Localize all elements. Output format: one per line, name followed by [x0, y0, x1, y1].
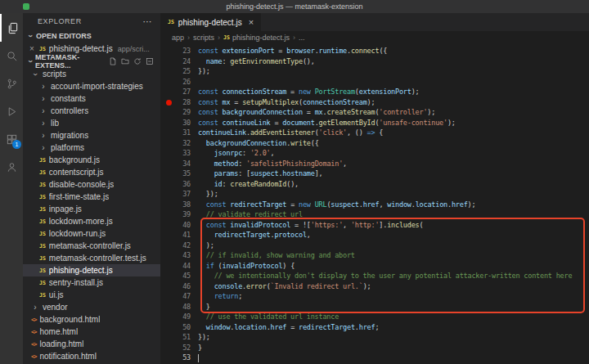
- line-number[interactable]: 52: [160, 343, 198, 353]
- tree-item-notification.html[interactable]: <>notification.html: [23, 350, 160, 362]
- line-number[interactable]: 50: [160, 322, 198, 333]
- tree-item-loading.html[interactable]: <>loading.html: [23, 338, 160, 350]
- line-number[interactable]: 40: [160, 220, 198, 231]
- new-folder-icon[interactable]: [121, 57, 129, 65]
- line-number[interactable]: 38: [160, 200, 198, 210]
- line-number[interactable]: 32: [160, 138, 198, 149]
- line-number[interactable]: 51: [160, 332, 198, 343]
- tree-item-background.js[interactable]: JSbackground.js: [23, 154, 160, 166]
- tree-item-vendor[interactable]: ›vendor: [23, 301, 160, 313]
- tab-phishing-detect[interactable]: JS phishing-detect.js ×: [160, 13, 262, 31]
- breadcrumb-item[interactable]: scripts: [193, 34, 214, 42]
- code-line-52[interactable]: 52}: [160, 343, 589, 353]
- line-number[interactable]: 30: [160, 118, 198, 128]
- accounts-icon[interactable]: [0, 153, 23, 181]
- line-number[interactable]: 42: [160, 240, 198, 251]
- code-line-42[interactable]: 42 );: [160, 240, 589, 251]
- tree-item-ui.js[interactable]: JSui.js: [23, 289, 160, 301]
- code-line-44[interactable]: 44 if (invalidProtocol) {: [160, 261, 589, 272]
- tree-item-lockdown-more.js[interactable]: JSlockdown-more.js: [23, 215, 160, 227]
- tree-item-controllers[interactable]: ›controllers: [23, 105, 160, 117]
- line-number[interactable]: 47: [160, 291, 198, 302]
- breadcrumb-item[interactable]: app: [172, 34, 184, 42]
- tree-item-constants[interactable]: ›constants: [23, 92, 160, 105]
- code-line-50[interactable]: 50 window.location.href = redirectTarget…: [160, 322, 589, 333]
- code-line-35[interactable]: 35 params: [suspect.hostname],: [160, 169, 589, 179]
- code-line-38[interactable]: 38 const redirectTarget = new URL(suspec…: [160, 200, 589, 210]
- code-line-39[interactable]: 39 // validate redirect url: [160, 209, 589, 220]
- tree-item-account-import-strategies[interactable]: ›account-import-strategies: [23, 80, 160, 92]
- tree-item-phishing-detect.js[interactable]: JSphishing-detect.js: [23, 264, 160, 276]
- breakpoint-icon[interactable]: [166, 100, 172, 106]
- breadcrumb-item[interactable]: JSphishing-detect.js: [223, 34, 290, 42]
- code-line-29[interactable]: 29const backgroundConnection = mx.create…: [160, 107, 589, 118]
- line-number[interactable]: 28: [160, 97, 198, 108]
- line-number[interactable]: 31: [160, 128, 198, 138]
- collapse-all-icon[interactable]: [146, 57, 154, 65]
- tree-item-migrations[interactable]: ›migrations: [23, 129, 160, 142]
- line-number[interactable]: 34: [160, 159, 198, 169]
- tree-item-scripts[interactable]: ›scripts: [23, 68, 160, 80]
- code-line-51[interactable]: 51});: [160, 332, 589, 343]
- code-line-36[interactable]: 36 id: createRandomId(),: [160, 179, 589, 190]
- code-line-30[interactable]: 30const continueLink = document.getEleme…: [160, 118, 589, 128]
- explorer-icon[interactable]: [0, 14, 23, 42]
- code-line-37[interactable]: 37 });: [160, 189, 589, 200]
- code-line-26[interactable]: 26: [160, 77, 589, 88]
- line-number[interactable]: 39: [160, 209, 198, 220]
- line-number[interactable]: 36: [160, 179, 198, 190]
- code-line-49[interactable]: 49 // use the validated url instance: [160, 312, 589, 322]
- search-icon[interactable]: [0, 42, 23, 70]
- code-line-34[interactable]: 34 method: 'safelistPhishingDomain',: [160, 159, 589, 169]
- code-line-41[interactable]: 41 redirectTarget.protocol,: [160, 230, 589, 240]
- source-control-icon[interactable]: [0, 70, 23, 97]
- code-line-28[interactable]: 28const mx = setupMultiplex(connectionSt…: [160, 97, 589, 108]
- line-number[interactable]: 23: [160, 46, 198, 56]
- line-number[interactable]: 43: [160, 250, 198, 261]
- line-number[interactable]: 33: [160, 148, 198, 159]
- code-area[interactable]: 23const extensionPort = browser.runtime.…: [160, 44, 589, 364]
- code-line-33[interactable]: 33 jsonrpc: '2.0',: [160, 148, 589, 159]
- line-number[interactable]: 35: [160, 169, 198, 179]
- open-editors-section[interactable]: › OPEN EDITORS: [23, 29, 160, 43]
- code-line-32[interactable]: 32 backgroundConnection.write({: [160, 138, 589, 149]
- tree-item-home.html[interactable]: <>home.html: [23, 326, 160, 338]
- tree-item-metamask-controller.test.js[interactable]: JSmetamask-controller.test.js: [23, 252, 160, 264]
- line-number[interactable]: 44: [160, 261, 198, 272]
- tree-item-lockdown-run.js[interactable]: JSlockdown-run.js: [23, 227, 160, 240]
- line-number[interactable]: 48: [160, 302, 198, 312]
- code-line-46[interactable]: 46 console.error(`Invalid redirect url.`…: [160, 281, 589, 292]
- code-line-31[interactable]: 31continueLink.addEventListener('click',…: [160, 128, 589, 138]
- tree-item-first-time-state.js[interactable]: JSfirst-time-state.js: [23, 191, 160, 203]
- code-line-40[interactable]: 40 const invalidProtocol = !['https:', '…: [160, 220, 589, 231]
- more-actions-icon[interactable]: ⋯: [142, 16, 152, 27]
- line-number[interactable]: 24: [160, 56, 198, 67]
- code-line-47[interactable]: 47 return;: [160, 291, 589, 302]
- tree-item-background.html[interactable]: <>background.html: [23, 313, 160, 326]
- line-number[interactable]: 37: [160, 189, 198, 200]
- line-number[interactable]: 41: [160, 230, 198, 240]
- line-number[interactable]: 26: [160, 77, 198, 88]
- code-line-43[interactable]: 43 // if invalid, show warning and abort: [160, 250, 589, 261]
- code-line-45[interactable]: 45 // we intentionally don't display to …: [160, 271, 589, 281]
- code-line-27[interactable]: 27const connectionStream = new PortStrea…: [160, 87, 589, 97]
- line-number[interactable]: 45: [160, 271, 198, 281]
- tree-item-lib[interactable]: ›lib: [23, 117, 160, 129]
- line-number[interactable]: 53: [160, 353, 198, 363]
- code-line-23[interactable]: 23const extensionPort = browser.runtime.…: [160, 46, 589, 56]
- workspace-section[interactable]: › METAMASK-EXTENS...: [23, 55, 160, 68]
- breadcrumb-item[interactable]: ...: [299, 34, 305, 42]
- tree-item-inpage.js[interactable]: JSinpage.js: [23, 203, 160, 215]
- line-number[interactable]: 27: [160, 87, 198, 97]
- code-line-48[interactable]: 48 }: [160, 302, 589, 312]
- tree-item-platforms[interactable]: ›platforms: [23, 142, 160, 154]
- tree-item-disable-console.js[interactable]: JSdisable-console.js: [23, 178, 160, 191]
- extensions-icon[interactable]: 1: [0, 125, 23, 153]
- line-number[interactable]: 49: [160, 312, 198, 322]
- line-number[interactable]: 29: [160, 107, 198, 118]
- close-tab-icon[interactable]: ×: [249, 17, 254, 27]
- tree-item-metamask-controller.js[interactable]: JSmetamask-controller.js: [23, 240, 160, 252]
- debug-icon[interactable]: [0, 97, 23, 125]
- line-number[interactable]: 46: [160, 281, 198, 292]
- close-icon[interactable]: ×: [29, 44, 36, 53]
